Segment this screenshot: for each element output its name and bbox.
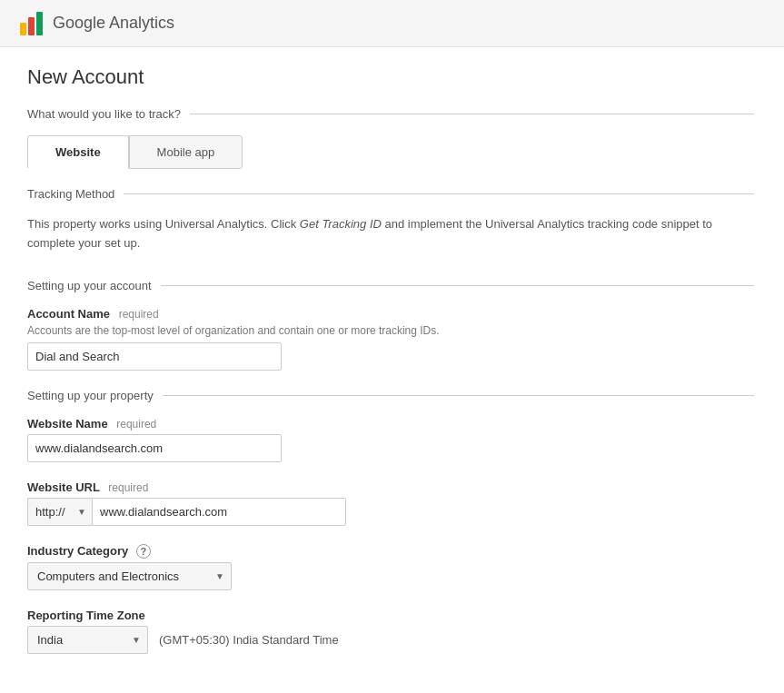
track-section-header: What would you like to track?: [27, 107, 754, 121]
app-header: Google Analytics: [0, 0, 784, 47]
track-type-buttons: Website Mobile app: [27, 135, 754, 169]
tracking-desc-prefix: This property works using Universal Anal…: [27, 217, 300, 231]
industry-category-help-icon[interactable]: ?: [136, 544, 151, 559]
tracking-method-line: [124, 193, 754, 194]
tracking-method-description: This property works using Universal Anal…: [27, 215, 754, 253]
page-title: New Account: [27, 65, 754, 89]
account-name-required: required: [119, 308, 159, 321]
website-name-label: Website Name required: [27, 417, 754, 431]
mobile-app-track-button[interactable]: Mobile app: [129, 135, 243, 169]
svg-rect-1: [28, 17, 35, 35]
website-url-field-group: Website URL required http:// https:// ▼: [27, 480, 754, 526]
industry-category-field-group: Industry Category ? Arts and Entertainme…: [27, 544, 754, 591]
timezone-row: India United States United Kingdom Austr…: [27, 626, 754, 654]
tracking-desc-link: Get Tracking ID: [300, 217, 382, 231]
property-section-line: [163, 395, 754, 396]
tracking-method-section-header: Tracking Method: [27, 187, 754, 201]
app-title: Google Analytics: [53, 14, 174, 33]
website-name-required: required: [116, 418, 156, 431]
account-name-field-group: Account Name required Accounts are the t…: [27, 307, 754, 371]
industry-category-select[interactable]: Arts and Entertainment Automotive Beauty…: [27, 562, 232, 590]
url-field-row: http:// https:// ▼: [27, 498, 754, 526]
ga-logo-icon: [18, 10, 45, 37]
timezone-country-select[interactable]: India United States United Kingdom Austr…: [27, 626, 148, 654]
track-section-line: [190, 114, 754, 114]
main-content: New Account What would you like to track…: [0, 47, 781, 690]
account-section-label: Setting up your account: [27, 279, 152, 292]
website-url-required: required: [108, 481, 148, 494]
website-name-field-group: Website Name required: [27, 417, 754, 462]
account-name-description: Accounts are the top-most level of organ…: [27, 324, 754, 337]
svg-rect-2: [36, 12, 43, 35]
industry-category-label: Industry Category ?: [27, 544, 754, 559]
reporting-timezone-label: Reporting Time Zone: [27, 609, 754, 622]
account-name-label: Account Name required: [27, 307, 754, 321]
svg-rect-0: [20, 23, 26, 35]
website-track-button[interactable]: Website: [27, 135, 129, 169]
account-section-header: Setting up your account: [27, 279, 754, 292]
website-name-input[interactable]: [27, 434, 282, 462]
url-prefix-select[interactable]: http:// https://: [27, 498, 92, 526]
track-question: What would you like to track?: [27, 107, 181, 121]
property-section-label: Setting up your property: [27, 389, 154, 402]
timezone-value-label: (GMT+05:30) India Standard Time: [159, 633, 339, 647]
url-prefix-wrapper: http:// https:// ▼: [27, 498, 92, 526]
tracking-method-label: Tracking Method: [27, 187, 114, 201]
property-section-header: Setting up your property: [27, 389, 754, 402]
timezone-country-wrapper: India United States United Kingdom Austr…: [27, 626, 148, 654]
account-name-input[interactable]: [27, 342, 282, 371]
website-url-label: Website URL required: [27, 480, 754, 494]
logo: Google Analytics: [18, 10, 174, 37]
website-url-input[interactable]: [92, 498, 346, 526]
account-section-line: [161, 285, 754, 286]
industry-category-dropdown-wrapper: Arts and Entertainment Automotive Beauty…: [27, 562, 232, 590]
reporting-timezone-field-group: Reporting Time Zone India United States …: [27, 609, 754, 654]
